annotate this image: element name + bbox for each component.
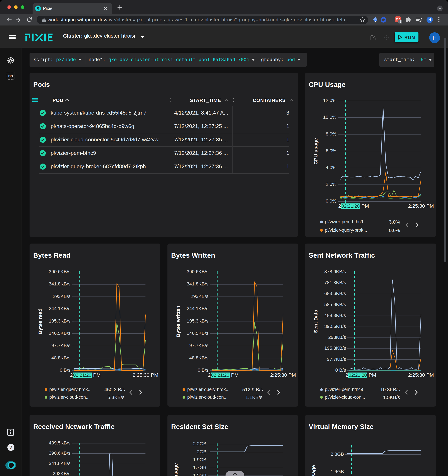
- svg-text:5: 5: [400, 20, 401, 23]
